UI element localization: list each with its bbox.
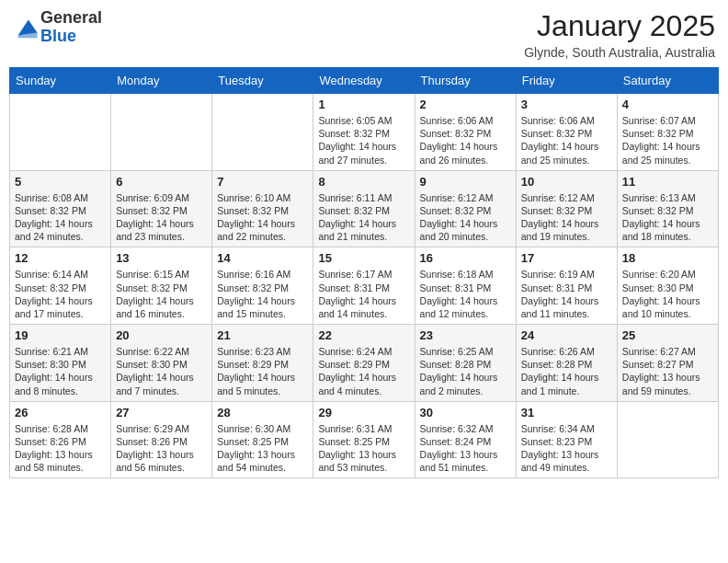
day-number: 13 <box>116 251 207 265</box>
day-info: Sunrise: 6:32 AM Sunset: 8:24 PM Dayligh… <box>420 422 511 475</box>
calendar-cell: 6Sunrise: 6:09 AM Sunset: 8:32 PM Daylig… <box>111 170 212 247</box>
calendar-cell: 18Sunrise: 6:20 AM Sunset: 8:30 PM Dayli… <box>617 247 718 325</box>
calendar-cell: 4Sunrise: 6:07 AM Sunset: 8:32 PM Daylig… <box>617 94 718 171</box>
logo-general: General <box>40 9 102 28</box>
calendar-cell: 26Sunrise: 6:28 AM Sunset: 8:26 PM Dayli… <box>10 401 111 478</box>
calendar-cell: 10Sunrise: 6:12 AM Sunset: 8:32 PM Dayli… <box>516 170 617 247</box>
day-info: Sunrise: 6:31 AM Sunset: 8:25 PM Dayligh… <box>318 422 409 475</box>
day-number: 18 <box>622 251 713 265</box>
title-section: January 2025 Glynde, South Australia, Au… <box>524 9 715 60</box>
day-number: 14 <box>217 251 308 265</box>
day-info: Sunrise: 6:18 AM Sunset: 8:31 PM Dayligh… <box>420 268 511 320</box>
calendar-week-row: 26Sunrise: 6:28 AM Sunset: 8:26 PM Dayli… <box>10 401 719 478</box>
calendar-cell: 29Sunrise: 6:31 AM Sunset: 8:25 PM Dayli… <box>313 401 415 478</box>
calendar-cell <box>617 401 718 478</box>
calendar-week-row: 19Sunrise: 6:21 AM Sunset: 8:30 PM Dayli… <box>10 325 719 402</box>
day-info: Sunrise: 6:28 AM Sunset: 8:26 PM Dayligh… <box>15 422 106 475</box>
day-number: 9 <box>420 175 511 189</box>
day-number: 21 <box>217 328 308 342</box>
day-number: 31 <box>521 406 612 419</box>
logo: General Blue <box>13 9 102 46</box>
weekday-header: Sunday <box>10 68 111 94</box>
day-number: 20 <box>116 328 207 342</box>
logo-blue: Blue <box>40 28 102 46</box>
day-info: Sunrise: 6:22 AM Sunset: 8:30 PM Dayligh… <box>116 345 207 397</box>
weekday-header: Wednesday <box>313 68 415 94</box>
calendar-cell: 30Sunrise: 6:32 AM Sunset: 8:24 PM Dayli… <box>415 401 516 478</box>
calendar-cell: 19Sunrise: 6:21 AM Sunset: 8:30 PM Dayli… <box>10 325 111 402</box>
day-info: Sunrise: 6:06 AM Sunset: 8:32 PM Dayligh… <box>420 114 511 167</box>
day-number: 1 <box>318 98 409 111</box>
calendar-cell: 24Sunrise: 6:26 AM Sunset: 8:28 PM Dayli… <box>516 325 617 402</box>
day-number: 30 <box>420 406 511 419</box>
day-number: 5 <box>15 175 106 189</box>
calendar-cell: 2Sunrise: 6:06 AM Sunset: 8:32 PM Daylig… <box>415 94 516 171</box>
location-subtitle: Glynde, South Australia, Australia <box>524 45 715 60</box>
calendar-cell: 14Sunrise: 6:16 AM Sunset: 8:32 PM Dayli… <box>212 247 313 325</box>
day-number: 17 <box>521 251 612 265</box>
weekday-header: Friday <box>516 68 617 94</box>
calendar-cell <box>111 94 212 171</box>
weekday-header: Monday <box>111 68 212 94</box>
day-info: Sunrise: 6:13 AM Sunset: 8:32 PM Dayligh… <box>622 191 713 244</box>
calendar-cell: 17Sunrise: 6:19 AM Sunset: 8:31 PM Dayli… <box>516 247 617 325</box>
calendar-cell: 12Sunrise: 6:14 AM Sunset: 8:32 PM Dayli… <box>10 247 111 325</box>
day-number: 7 <box>217 175 308 189</box>
day-info: Sunrise: 6:09 AM Sunset: 8:32 PM Dayligh… <box>116 191 207 244</box>
calendar-cell: 1Sunrise: 6:05 AM Sunset: 8:32 PM Daylig… <box>313 94 415 171</box>
weekday-header-row: SundayMondayTuesdayWednesdayThursdayFrid… <box>10 68 719 94</box>
day-number: 25 <box>622 328 713 342</box>
day-number: 3 <box>521 98 612 111</box>
day-number: 27 <box>116 406 207 419</box>
calendar-cell: 7Sunrise: 6:10 AM Sunset: 8:32 PM Daylig… <box>212 170 313 247</box>
svg-marker-0 <box>18 19 38 35</box>
day-info: Sunrise: 6:19 AM Sunset: 8:31 PM Dayligh… <box>521 268 612 320</box>
day-info: Sunrise: 6:15 AM Sunset: 8:32 PM Dayligh… <box>116 268 207 320</box>
calendar-cell: 21Sunrise: 6:23 AM Sunset: 8:29 PM Dayli… <box>212 325 313 402</box>
calendar-cell: 16Sunrise: 6:18 AM Sunset: 8:31 PM Dayli… <box>415 247 516 325</box>
month-title: January 2025 <box>524 9 715 43</box>
day-info: Sunrise: 6:24 AM Sunset: 8:29 PM Dayligh… <box>318 345 409 397</box>
day-number: 12 <box>15 251 106 265</box>
day-info: Sunrise: 6:07 AM Sunset: 8:32 PM Dayligh… <box>622 114 713 167</box>
calendar-cell: 9Sunrise: 6:12 AM Sunset: 8:32 PM Daylig… <box>415 170 516 247</box>
calendar-cell: 28Sunrise: 6:30 AM Sunset: 8:25 PM Dayli… <box>212 401 313 478</box>
calendar-week-row: 1Sunrise: 6:05 AM Sunset: 8:32 PM Daylig… <box>10 94 719 171</box>
day-number: 10 <box>521 175 612 189</box>
calendar-cell: 31Sunrise: 6:34 AM Sunset: 8:23 PM Dayli… <box>516 401 617 478</box>
day-info: Sunrise: 6:20 AM Sunset: 8:30 PM Dayligh… <box>622 268 713 320</box>
day-number: 11 <box>622 175 713 189</box>
weekday-header: Thursday <box>415 68 516 94</box>
calendar-table: SundayMondayTuesdayWednesdayThursdayFrid… <box>9 67 719 478</box>
day-info: Sunrise: 6:12 AM Sunset: 8:32 PM Dayligh… <box>521 191 612 244</box>
day-info: Sunrise: 6:17 AM Sunset: 8:31 PM Dayligh… <box>318 268 409 320</box>
calendar-cell: 11Sunrise: 6:13 AM Sunset: 8:32 PM Dayli… <box>617 170 718 247</box>
logo-text: General Blue <box>40 9 102 46</box>
day-info: Sunrise: 6:06 AM Sunset: 8:32 PM Dayligh… <box>521 114 612 167</box>
day-number: 23 <box>420 328 511 342</box>
day-number: 4 <box>622 98 713 111</box>
calendar-week-row: 12Sunrise: 6:14 AM Sunset: 8:32 PM Dayli… <box>10 247 719 325</box>
calendar-cell: 23Sunrise: 6:25 AM Sunset: 8:28 PM Dayli… <box>415 325 516 402</box>
day-number: 19 <box>15 328 106 342</box>
calendar-cell <box>212 94 313 171</box>
calendar-cell: 15Sunrise: 6:17 AM Sunset: 8:31 PM Dayli… <box>313 247 415 325</box>
day-number: 26 <box>15 406 106 419</box>
day-info: Sunrise: 6:11 AM Sunset: 8:32 PM Dayligh… <box>318 191 409 244</box>
day-info: Sunrise: 6:21 AM Sunset: 8:30 PM Dayligh… <box>15 345 106 397</box>
calendar-cell: 3Sunrise: 6:06 AM Sunset: 8:32 PM Daylig… <box>516 94 617 171</box>
calendar-cell <box>10 94 111 171</box>
day-info: Sunrise: 6:34 AM Sunset: 8:23 PM Dayligh… <box>521 422 612 475</box>
day-number: 16 <box>420 251 511 265</box>
day-number: 29 <box>318 406 409 419</box>
day-info: Sunrise: 6:29 AM Sunset: 8:26 PM Dayligh… <box>116 422 207 475</box>
calendar-cell: 8Sunrise: 6:11 AM Sunset: 8:32 PM Daylig… <box>313 170 415 247</box>
day-info: Sunrise: 6:30 AM Sunset: 8:25 PM Dayligh… <box>217 422 308 475</box>
day-number: 28 <box>217 406 308 419</box>
day-number: 2 <box>420 98 511 111</box>
day-info: Sunrise: 6:27 AM Sunset: 8:27 PM Dayligh… <box>622 345 713 397</box>
calendar-cell: 5Sunrise: 6:08 AM Sunset: 8:32 PM Daylig… <box>10 170 111 247</box>
day-number: 8 <box>318 175 409 189</box>
day-info: Sunrise: 6:10 AM Sunset: 8:32 PM Dayligh… <box>217 191 308 244</box>
day-number: 24 <box>521 328 612 342</box>
